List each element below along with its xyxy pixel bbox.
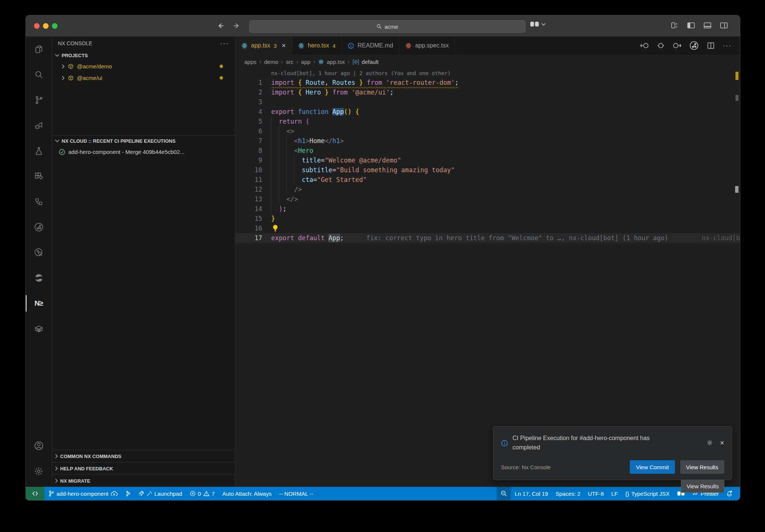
auto-attach-status[interactable]: Auto Attach: Always xyxy=(219,487,275,500)
close-icon[interactable]: × xyxy=(720,433,724,452)
toggle-sidebar-icon[interactable] xyxy=(687,21,695,30)
split-editor-icon[interactable] xyxy=(707,41,715,50)
close-icon[interactable]: × xyxy=(282,41,286,50)
testing-icon[interactable] xyxy=(26,138,52,164)
gear-icon[interactable] xyxy=(706,433,713,452)
nx-run-circle-icon[interactable] xyxy=(689,41,699,50)
account-icon[interactable] xyxy=(26,433,52,458)
more-actions-icon[interactable]: ··· xyxy=(723,42,732,50)
customize-layout-icon[interactable] xyxy=(670,21,679,30)
eol-status[interactable]: LF xyxy=(607,487,622,500)
code-line[interactable]: 3 xyxy=(235,97,740,107)
copilot-menu[interactable] xyxy=(530,21,546,27)
code-line[interactable]: 6 <> xyxy=(235,126,740,136)
more-actions-icon[interactable]: ··· xyxy=(220,40,229,47)
search-icon[interactable] xyxy=(26,62,52,87)
containers-icon[interactable] xyxy=(26,316,52,341)
code-line[interactable]: 2import { Hero } from '@acme/ui'; xyxy=(235,87,740,97)
activity-bar: N≥ xyxy=(26,37,52,487)
section-common-nx-commands[interactable]: COMMON NX COMMANDS xyxy=(52,450,235,462)
remote-indicator[interactable] xyxy=(26,487,44,500)
indent-guide xyxy=(279,126,279,136)
language-mode-status[interactable]: {} TypeScript JSX xyxy=(622,487,673,500)
code-line[interactable]: 15} xyxy=(235,214,740,223)
maximize-window-button[interactable] xyxy=(52,23,58,29)
references-icon[interactable] xyxy=(26,189,52,214)
breadcrumb-item[interactable]: demo xyxy=(264,59,278,65)
nx-console-icon[interactable]: N≥ xyxy=(26,291,52,316)
breadcrumb-item[interactable]: default xyxy=(362,59,378,65)
code-line[interactable]: 9 title="Welcome @acme/demo" xyxy=(235,155,740,165)
line-number: 13 xyxy=(235,194,262,204)
code-line[interactable]: 1import { Route, Routes } from 'react-ro… xyxy=(235,78,740,87)
encoding-status[interactable]: UTF-8 xyxy=(584,487,608,500)
vim-mode-status[interactable]: -- NORMAL -- xyxy=(275,487,317,500)
view-commit-button[interactable]: View Commit xyxy=(630,460,675,474)
pipeline-execution-item[interactable]: add-hero-component - Merge 409b44e5cb02.… xyxy=(52,146,235,158)
explorer-icon[interactable] xyxy=(26,37,52,62)
launchpad-button[interactable]: Launchpad xyxy=(134,487,186,500)
nav-back-icon[interactable] xyxy=(640,42,649,49)
tab-hero-tsx[interactable]: hero.tsx 4 xyxy=(292,37,342,55)
tab-readme-md[interactable]: README.md xyxy=(342,37,399,55)
line-number: 1 xyxy=(235,78,262,87)
section-nx-cloud[interactable]: NX CLOUD :: RECENT CI PIPELINE EXECUTION… xyxy=(52,136,235,146)
project-status-dot xyxy=(220,76,223,80)
indent-guide xyxy=(287,165,287,175)
code-line[interactable]: 8 <Hero xyxy=(235,146,740,155)
project-item[interactable]: @acme/demo xyxy=(52,61,235,72)
command-center-search[interactable]: acme xyxy=(249,20,526,33)
forward-arrow-icon[interactable] xyxy=(233,22,240,30)
code-line[interactable]: 14 ); xyxy=(235,204,740,214)
nx-inspect-icon[interactable] xyxy=(26,240,52,265)
toggle-secondary-sidebar-icon[interactable] xyxy=(720,21,728,30)
indent-guide xyxy=(271,126,272,136)
view-results-button[interactable]: View Results xyxy=(680,460,724,474)
notifications-bell[interactable] xyxy=(722,487,736,500)
project-item[interactable]: @acme/ui xyxy=(52,72,235,84)
azure-swirl-icon[interactable] xyxy=(26,265,52,291)
section-nx-migrate[interactable]: NX MIGRATE xyxy=(52,474,235,487)
nav-circle-icon[interactable] xyxy=(657,42,665,49)
problems-status[interactable]: 0 7 xyxy=(186,487,219,500)
cloud-upload-icon xyxy=(111,491,118,497)
git-branch-status[interactable]: add-hero-component xyxy=(44,487,121,500)
line-number: 3 xyxy=(235,97,262,107)
run-debug-icon[interactable] xyxy=(26,113,52,138)
zoom-out-button[interactable] xyxy=(497,487,511,500)
code-line[interactable]: 13 </> xyxy=(235,194,740,204)
close-window-button[interactable] xyxy=(34,23,40,29)
section-projects[interactable]: PROJECTS xyxy=(52,50,235,61)
section-help-and-feedback[interactable]: HELP AND FEEDBACK xyxy=(52,462,235,474)
code-line[interactable]: 16 xyxy=(235,223,740,233)
extensions-icon[interactable] xyxy=(26,164,52,189)
breadcrumb-item[interactable]: apps xyxy=(244,59,257,65)
toggle-panel-icon[interactable] xyxy=(703,21,712,30)
nav-forward-icon[interactable] xyxy=(672,42,681,49)
tab-app-spec-tsx[interactable]: app.spec.tsx xyxy=(399,37,455,55)
code-line[interactable]: 5 return ( xyxy=(235,117,740,126)
tab-label: README.md xyxy=(357,42,393,49)
tab-app-tsx[interactable]: app.tsx 3 × xyxy=(235,37,292,55)
breadcrumb-item[interactable]: app.tsx xyxy=(327,59,345,65)
minimize-window-button[interactable] xyxy=(43,23,49,29)
cursor-position-status[interactable]: Ln 17, Col 19 xyxy=(511,487,552,500)
breadcrumb-item[interactable]: app xyxy=(301,59,310,65)
settings-gear-icon[interactable] xyxy=(26,458,52,484)
code-line[interactable]: 11 cta="Get Started" xyxy=(235,175,740,185)
source-control-icon[interactable] xyxy=(26,87,52,113)
nx-graph-icon[interactable] xyxy=(26,214,52,240)
code-line[interactable]: 17export default App;fix: correct typo i… xyxy=(235,233,740,243)
notification-message: CI Pipeline Execution for #add-hero-comp… xyxy=(512,433,677,452)
lightbulb-icon[interactable] xyxy=(272,225,279,232)
git-graph-button[interactable] xyxy=(121,487,134,500)
code-line[interactable]: 12 /> xyxy=(235,185,740,194)
code-line[interactable]: 10 subtitle="Build something amazing tod… xyxy=(235,165,740,175)
breadcrumb-item[interactable]: src xyxy=(286,59,293,65)
code-editor[interactable]: nx-cloud[bot], 1 hour ago | 2 authors (Y… xyxy=(235,69,740,487)
code-line[interactable]: 4export function App() { xyxy=(235,107,740,117)
back-arrow-icon[interactable] xyxy=(217,22,224,30)
indentation-status[interactable]: Spaces: 2 xyxy=(552,487,584,500)
code-line[interactable]: 7 <h1>Home</h1> xyxy=(235,136,740,146)
clipped-blame-text: nx-cloud[b xyxy=(702,233,740,243)
